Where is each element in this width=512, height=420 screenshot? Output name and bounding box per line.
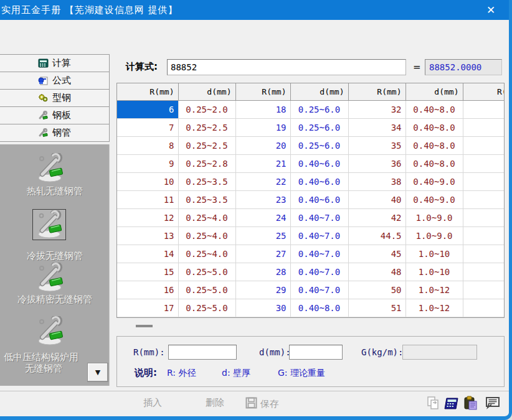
table-cell[interactable] — [463, 263, 505, 281]
table-cell[interactable] — [463, 190, 505, 208]
table-cell[interactable]: 0.25~2.5 — [178, 136, 235, 154]
r-input[interactable] — [168, 345, 237, 360]
save-button[interactable]: 保存 — [245, 397, 279, 411]
table-cell[interactable]: 23 — [235, 190, 290, 208]
table-cell[interactable]: 17 — [117, 299, 178, 317]
table-cell[interactable]: 0.25~4.0 — [178, 226, 235, 245]
table-cell[interactable]: 0.25~5.0 — [178, 281, 235, 299]
pipe-type-cold-drawn-precision[interactable]: 冷拔精密无缝钢管 — [0, 294, 110, 306]
table-cell[interactable]: 0.25~6.0 — [290, 136, 348, 154]
table-cell[interactable]: 0.40~7.0 — [290, 208, 348, 226]
table-cell[interactable] — [463, 299, 505, 317]
pipe-type-boiler-line1[interactable]: 低中压结构锅炉用 — [0, 352, 110, 363]
table-cell[interactable]: 30 — [235, 299, 290, 317]
d-input[interactable] — [289, 345, 343, 360]
calculator-icon[interactable] — [443, 395, 460, 411]
table-row[interactable]: 13 0.25~4.0 25 0.40~7.0 44.5 1.0~9.0 — [117, 226, 505, 245]
table-cell[interactable]: 42 — [348, 208, 405, 226]
sidebar-item-formula[interactable]: 公式 — [0, 72, 110, 90]
table-cell[interactable]: 50 — [348, 281, 405, 299]
table-cell[interactable]: 0.40~8.0 — [290, 299, 348, 317]
table-cell[interactable]: 0.40~6.0 — [290, 154, 348, 172]
table-cell[interactable] — [463, 118, 505, 136]
table-cell[interactable]: 32 — [348, 100, 405, 118]
title-bar[interactable]: 实用五金手册 【芜湖建设信息网 提供】 ✕ — [0, 0, 512, 20]
table-cell[interactable]: 0.25~6.0 — [290, 100, 348, 118]
table-cell[interactable]: 10 — [117, 172, 178, 190]
table-cell[interactable]: 9 — [117, 154, 178, 172]
cold-drawn-pipe-icon[interactable] — [32, 209, 66, 240]
table-cell[interactable] — [463, 226, 505, 245]
table-cell[interactable]: 25 — [235, 226, 290, 245]
delete-button[interactable]: 删除 — [206, 397, 224, 409]
table-cell[interactable]: 45 — [348, 245, 405, 263]
table-cell[interactable]: 8 — [117, 136, 178, 154]
table-cell[interactable]: 51 — [348, 299, 405, 317]
table-cell[interactable]: 24 — [235, 208, 290, 226]
table-cell[interactable]: 0.40~6.0 — [290, 172, 348, 190]
table-cell[interactable]: 0.25~3.5 — [178, 172, 235, 190]
table-cell[interactable]: 0.40~7.0 — [290, 245, 348, 263]
table-row[interactable]: 15 0.25~5.0 28 0.40~7.0 48 1.0~10 — [117, 263, 505, 281]
table-cell[interactable]: 0.25~5.0 — [178, 299, 235, 317]
table-cell[interactable]: 19 — [235, 118, 290, 136]
table-cell[interactable]: 0.25~6.0 — [290, 118, 348, 136]
close-button[interactable]: ✕ — [477, 0, 505, 20]
table-cell[interactable]: 15 — [117, 263, 178, 281]
table-row[interactable]: 14 0.25~4.0 27 0.40~7.0 45 1.0~10 — [117, 245, 505, 263]
table-cell[interactable] — [463, 208, 505, 226]
notes-icon[interactable] — [485, 395, 501, 411]
table-cell[interactable]: 48 — [348, 263, 405, 281]
table-cell[interactable]: 16 — [117, 281, 178, 299]
table-cell[interactable]: 0.25~3.5 — [178, 190, 235, 208]
table-cell[interactable]: 11 — [117, 190, 178, 208]
table-cell[interactable]: 29 — [235, 281, 290, 299]
table-cell[interactable]: 1.0~9.0 — [405, 226, 463, 245]
table-cell[interactable]: 0.40~6.0 — [290, 190, 348, 208]
table-cell[interactable]: 35 — [348, 136, 405, 154]
table-cell[interactable]: 0.25~2.0 — [178, 100, 235, 118]
table-cell[interactable]: 1.0~9.0 — [405, 208, 463, 226]
table-cell[interactable]: 0.40~9.0 — [405, 190, 463, 208]
table-cell[interactable]: 28 — [235, 263, 290, 281]
table-cell[interactable]: 0.40~8.0 — [405, 100, 463, 118]
calc-expression-input[interactable] — [167, 59, 406, 75]
insert-button[interactable]: 插入 — [143, 397, 162, 409]
pipe-type-hot-rolled[interactable]: 热轧无缝钢管 — [0, 185, 110, 197]
table-cell[interactable]: 0.25~4.0 — [178, 245, 235, 263]
sidebar-item-section-steel[interactable]: 型钢 — [0, 89, 110, 107]
table-cell[interactable] — [463, 100, 505, 118]
table-cell[interactable]: 13 — [117, 226, 178, 245]
table-cell[interactable] — [463, 154, 505, 172]
table-cell[interactable]: 34 — [348, 118, 405, 136]
table-cell[interactable]: 1.0~12 — [405, 299, 463, 317]
table-cell[interactable] — [463, 172, 505, 190]
table-cell[interactable]: 0.40~8.0 — [405, 136, 463, 154]
table-cell[interactable]: 18 — [235, 100, 290, 118]
table-cell[interactable]: 27 — [235, 245, 290, 263]
table-cell[interactable]: 20 — [235, 136, 290, 154]
table-cell[interactable]: 0.40~8.0 — [405, 118, 463, 136]
pipe-type-boiler-line2[interactable]: 无缝钢管 — [0, 363, 87, 375]
boiler-pipe-icon[interactable] — [34, 316, 67, 347]
table-cell[interactable]: 0.25~2.5 — [178, 118, 235, 136]
table-cell[interactable] — [463, 136, 505, 154]
table-row[interactable]: 17 0.25~5.0 30 0.40~8.0 51 1.0~12 — [117, 299, 505, 317]
table-cell[interactable]: 40 — [348, 190, 405, 208]
table-row[interactable]: 10 0.25~3.5 22 0.40~6.0 38 0.40~9.0 — [117, 172, 505, 190]
hot-rolled-pipe-icon[interactable] — [34, 153, 67, 184]
pipe-type-dropdown-button[interactable]: ▼ — [87, 363, 108, 382]
table-cell[interactable]: 0.40~9.0 — [405, 172, 463, 190]
horizontal-scroll-thumb[interactable] — [136, 325, 153, 327]
table-row[interactable]: 16 0.25~5.0 29 0.40~7.0 50 1.0~12 — [117, 281, 505, 299]
pipe-type-cold-drawn[interactable]: 冷拔无缝钢管 — [0, 250, 110, 262]
sidebar-item-steel-plate[interactable]: 钢板 — [0, 106, 110, 124]
sidebar-item-calculate[interactable]: 计算 — [0, 54, 110, 72]
table-cell[interactable] — [463, 281, 505, 299]
table-cell[interactable]: 36 — [348, 154, 405, 172]
table-row[interactable]: 11 0.25~3.5 23 0.40~6.0 40 0.40~9.0 — [117, 190, 505, 208]
table-row[interactable]: 6 0.25~2.0 18 0.25~6.0 32 0.40~8.0 — [117, 100, 505, 118]
table-cell[interactable]: 0.40~8.0 — [405, 154, 463, 172]
cold-drawn-precision-pipe-icon[interactable] — [34, 263, 67, 294]
table-cell[interactable]: 21 — [235, 154, 290, 172]
